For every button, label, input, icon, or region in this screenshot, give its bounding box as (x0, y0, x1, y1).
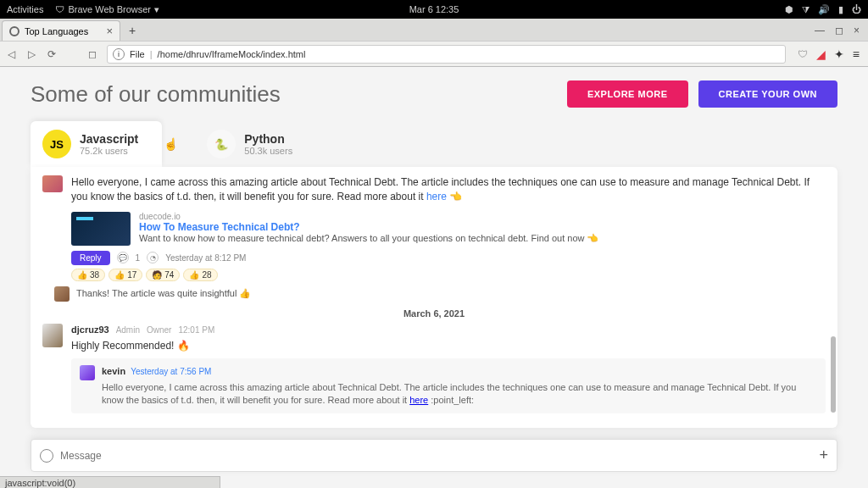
window-minimize-icon[interactable]: — (815, 25, 825, 36)
chevron-down-icon: ▾ (154, 4, 159, 15)
browser-chrome: Top Languages × + — ◻ × ◁ ▷ ⟳ ◻ i File |… (0, 19, 868, 67)
reaction-pill[interactable]: 👍38 (71, 269, 105, 281)
user-badge: Admin (116, 324, 140, 337)
community-users: 50.3k users (244, 146, 292, 156)
community-tabs: JS Javascript 75.2k users ☝ 🐍 Python 50.… (31, 121, 837, 167)
extensions-icon[interactable]: ✦ (834, 47, 844, 61)
system-top-bar: Activities 🛡 Brave Web Browser ▾ Mar 6 1… (0, 0, 868, 19)
community-users: 75.2k users (80, 146, 138, 156)
link-title[interactable]: How To Measure Technical Debt? (139, 221, 599, 233)
clock: Mar 6 12:35 (409, 4, 459, 14)
post-body: Hello everyone, I came across this amazi… (71, 175, 826, 205)
post-time: Yesterday at 8:12 PM (165, 253, 246, 263)
reply-button[interactable]: Reply (71, 251, 110, 265)
site-info-icon[interactable]: i (113, 48, 125, 60)
quoted-time: Yesterday at 7:56 PM (131, 366, 211, 378)
reply-text: Thanks! The article was quite insightful… (76, 288, 251, 299)
python-icon: 🐍 (207, 130, 236, 158)
nested-reply: Thanks! The article was quite insightful… (54, 286, 826, 302)
quoted-username[interactable]: kevin (102, 365, 125, 378)
reload-button[interactable]: ⟳ (46, 48, 58, 60)
page-content: Some of our communities EXPLORE MORE CRE… (0, 67, 868, 477)
favicon-icon (9, 26, 19, 36)
javascript-icon: JS (42, 130, 71, 158)
link-description: Want to know how to measure technical de… (139, 233, 599, 244)
menu-icon[interactable]: ≡ (853, 47, 860, 61)
brave-icon: 🛡 (55, 4, 64, 14)
system-tray[interactable]: ⬢ ⧩ 🔊 ▮ ⏻ (785, 4, 861, 15)
post-actions: Reply 💬 1 ◔ Yesterday at 8:12 PM (71, 251, 826, 265)
avatar[interactable] (42, 175, 63, 192)
network-icon[interactable]: ⧩ (802, 4, 810, 15)
pointer-cursor-icon: ☝ (164, 137, 178, 151)
tab-title: Top Languages (25, 26, 88, 36)
app-menu[interactable]: 🛡 Brave Web Browser ▾ (55, 4, 159, 15)
post: Hello everyone, I came across this amazi… (42, 175, 826, 205)
add-attachment-icon[interactable]: + (819, 446, 828, 464)
clock-icon: ◔ (147, 252, 159, 263)
shield-icon[interactable]: 🛡 (798, 48, 808, 60)
browser-statusbar: javascript:void(0) (0, 476, 220, 488)
link-thumbnail (71, 212, 131, 246)
avatar[interactable] (42, 324, 63, 347)
quoted-message: kevin Yesterday at 7:56 PM Hello everyon… (71, 358, 826, 413)
reactions-row: 👍38 👍17 🧑74 👍28 (71, 269, 826, 281)
replies-icon[interactable]: 💬 (117, 252, 129, 263)
read-more-link[interactable]: here (426, 191, 447, 202)
reaction-pill[interactable]: 👍28 (183, 269, 217, 281)
window-maximize-icon[interactable]: ◻ (835, 25, 843, 36)
community-tab-javascript[interactable]: JS Javascript 75.2k users (31, 121, 162, 167)
emoji-picker-icon[interactable] (40, 449, 53, 463)
avatar[interactable] (54, 286, 70, 302)
user-badge: Owner (147, 324, 171, 337)
bookmark-icon[interactable]: ◻ (86, 48, 98, 60)
tab-strip: Top Languages × + — ◻ × (0, 19, 868, 41)
volume-icon[interactable]: 🔊 (818, 4, 830, 15)
feed-panel: Hello everyone, I came across this amazi… (31, 167, 837, 428)
power-icon[interactable]: ⏻ (852, 4, 861, 14)
avatar[interactable] (80, 365, 95, 380)
link-preview-card[interactable]: duecode.io How To Measure Technical Debt… (71, 212, 826, 246)
username[interactable]: djcruz93 (71, 324, 109, 337)
new-tab-button[interactable]: + (124, 24, 141, 37)
message-input[interactable] (60, 450, 812, 462)
tray-icon[interactable]: ⬢ (785, 4, 793, 15)
activities-menu[interactable]: Activities (7, 4, 43, 14)
link-source: duecode.io (139, 212, 599, 221)
forward-button[interactable]: ▷ (25, 48, 37, 60)
back-button[interactable]: ◁ (5, 48, 17, 60)
reaction-pill[interactable]: 👍17 (108, 269, 142, 281)
address-bar: ◁ ▷ ⟳ ◻ i File | /home/dhruv/IframeMock/… (0, 41, 868, 66)
post: djcruz93 Admin Owner 12:01 PM Highly Rec… (42, 324, 826, 353)
url-scheme: File (130, 49, 145, 59)
explore-more-button[interactable]: EXPLORE MORE (567, 80, 688, 108)
community-tab-python[interactable]: 🐍 Python 50.3k users (195, 121, 316, 167)
reply-count: 1 (136, 253, 141, 263)
battery-icon[interactable]: ▮ (838, 4, 843, 15)
window-close-icon[interactable]: × (854, 25, 860, 36)
community-name: Javascript (80, 132, 138, 146)
brave-logo-icon[interactable]: ◢ (816, 47, 826, 61)
post-time: 12:01 PM (178, 324, 214, 337)
point-left-icon: 👈 (449, 191, 462, 202)
url-field[interactable]: i File | /home/dhruv/IframeMock/index.ht… (107, 45, 786, 64)
close-tab-icon[interactable]: × (106, 25, 113, 37)
date-separator: March 6, 2021 (42, 308, 826, 319)
url-path: /home/dhruv/IframeMock/index.html (158, 49, 306, 59)
browser-tab[interactable]: Top Languages × (2, 20, 120, 41)
scrollbar[interactable] (831, 336, 836, 413)
message-composer[interactable]: + (31, 439, 837, 472)
create-your-own-button[interactable]: CREATE YOUR OWN (698, 80, 838, 108)
quoted-link[interactable]: here (409, 395, 428, 405)
page-title: Some of our communities (31, 81, 281, 108)
post-text: Highly Recommended! 🔥 (71, 339, 826, 353)
reaction-pill[interactable]: 🧑74 (146, 269, 180, 281)
community-name: Python (244, 132, 292, 146)
